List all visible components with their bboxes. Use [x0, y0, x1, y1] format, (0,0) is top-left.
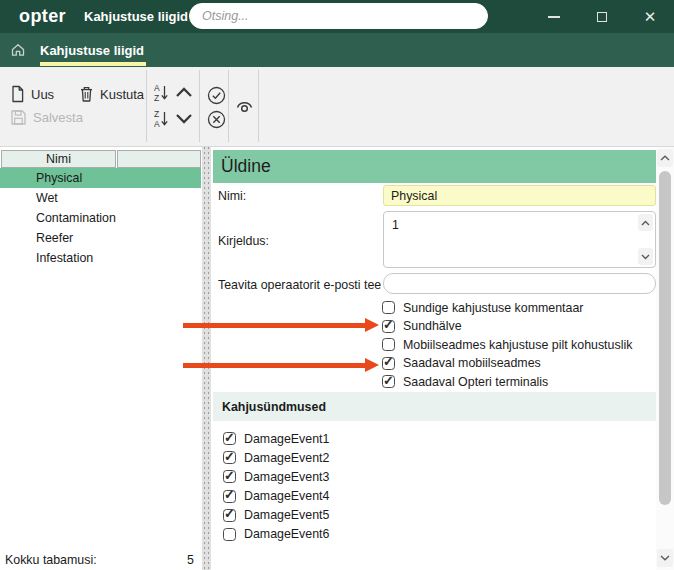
events-section-title: Kahjusündmused: [213, 392, 656, 421]
checkbox[interactable]: [382, 301, 395, 314]
chevron-down-icon: [175, 113, 193, 124]
checkbox[interactable]: [223, 451, 236, 464]
options-checkbox-group: Sundige kahjustuse kommentaar Sundhälve …: [382, 300, 632, 393]
opter-window: { "titlebar": { "logo": "opter", "app_ti…: [0, 0, 674, 570]
new-button[interactable]: Uus: [10, 85, 54, 103]
tab-label: Kahjustuse liigid: [40, 43, 144, 58]
checkbox[interactable]: [382, 338, 395, 351]
checkbox-label: Saadaval Opteri terminalis: [403, 375, 548, 389]
x-circle-icon: [207, 110, 226, 129]
toolbar: Uus Salvesta Kustuta A Z Z A: [0, 67, 674, 147]
checkbox[interactable]: [223, 528, 236, 541]
window-controls: ✕: [530, 0, 674, 33]
list-item[interactable]: Reefer: [0, 228, 201, 248]
list-item[interactable]: Wet: [0, 188, 201, 208]
option-row: Sundhälve: [382, 319, 632, 334]
list-item[interactable]: Infestation: [0, 248, 201, 268]
checkbox-label: DamageEvent5: [244, 508, 329, 522]
delete-button[interactable]: Kustuta: [79, 85, 144, 103]
sort-za-icon: Z A: [154, 109, 169, 128]
svg-text:A: A: [154, 83, 160, 93]
checkbox[interactable]: [382, 320, 395, 333]
chevron-up-icon: [660, 155, 670, 161]
trash-icon: [79, 85, 94, 103]
cancel-button[interactable]: [207, 110, 226, 133]
search-input[interactable]: [189, 3, 488, 29]
scrollbar-down-button[interactable]: [657, 549, 673, 567]
notify-operator-field[interactable]: [383, 273, 656, 294]
tabbar: Kahjustuse liigid: [0, 33, 674, 67]
minimize-button[interactable]: [530, 0, 578, 33]
close-icon: ✕: [644, 9, 657, 24]
column-header-empty[interactable]: [117, 150, 201, 168]
damage-events-checkbox-group: DamageEvent1 DamageEvent2 DamageEvent3 D…: [223, 431, 329, 546]
option-row: Saadaval mobiilseadmes: [382, 356, 632, 371]
checkbox-label: DamageEvent2: [244, 451, 329, 465]
column-header-nimi[interactable]: Nimi: [1, 150, 116, 168]
damage-event-row: DamageEvent3: [223, 469, 329, 484]
list-item[interactable]: Contamination: [0, 208, 201, 228]
checkbox[interactable]: [382, 375, 395, 388]
checkbox-label: DamageEvent1: [244, 432, 329, 446]
toolbar-divider: [228, 70, 229, 142]
close-button[interactable]: ✕: [626, 0, 674, 33]
scroll-up-button[interactable]: [638, 214, 653, 231]
toolbar-divider: [146, 70, 147, 142]
description-label: Kirjeldus:: [218, 234, 269, 248]
checkbox-label: Saadaval mobiilseadmes: [403, 356, 541, 370]
name-label: Nimi:: [218, 189, 246, 203]
sort-ascending-button[interactable]: A Z: [154, 83, 193, 102]
window-title: Kahjustuse liigid: [84, 9, 188, 24]
new-button-label: Uus: [31, 87, 54, 102]
panel-splitter[interactable]: [202, 147, 211, 570]
damage-type-list-panel: Nimi Physical Wet Contamination Reefer I…: [0, 147, 202, 570]
scrollbar-thumb[interactable]: [659, 171, 671, 505]
option-row: Sundige kahjustuse kommentaar: [382, 300, 632, 315]
checkbox[interactable]: [223, 470, 236, 483]
chevron-down-icon: [641, 254, 650, 260]
maximize-button[interactable]: [578, 0, 626, 33]
damage-event-row: DamageEvent6: [223, 527, 329, 542]
sort-descending-button[interactable]: Z A: [154, 109, 193, 128]
checkbox-label: DamageEvent4: [244, 489, 329, 503]
option-row: Mobiilseadmes kahjustuse pilt kohustusli…: [382, 337, 632, 352]
save-icon: [10, 109, 27, 126]
total-hits-label: Kokku tabamusi:: [5, 553, 97, 567]
scroll-down-button[interactable]: [638, 248, 653, 265]
chevron-up-icon: [641, 220, 650, 226]
save-button-disabled[interactable]: Salvesta: [10, 109, 83, 126]
chevron-up-icon: [175, 87, 193, 98]
opter-logo: opter: [19, 6, 66, 27]
vertical-scrollbar[interactable]: [656, 147, 674, 570]
confirm-button[interactable]: [207, 86, 226, 109]
section-title: Üldine: [213, 150, 656, 183]
home-icon[interactable]: [10, 42, 26, 58]
checkbox-label: Sundige kahjustuse kommentaar: [403, 301, 583, 315]
checkbox-label: DamageEvent3: [244, 470, 329, 484]
damage-event-row: DamageEvent2: [223, 450, 329, 465]
damage-event-row: DamageEvent1: [223, 431, 329, 446]
delete-button-label: Kustuta: [100, 87, 144, 102]
list-item[interactable]: Physical: [0, 168, 201, 188]
save-button-label: Salvesta: [33, 110, 83, 125]
svg-text:Z: Z: [154, 109, 159, 119]
details-panel: Üldine Nimi: Kirjeldus: 1 Teavita operaa…: [211, 147, 656, 570]
chevron-down-icon: [660, 555, 670, 561]
checkbox-label: Sundhälve: [403, 319, 462, 333]
view-button[interactable]: [234, 97, 255, 118]
scrollbar-up-button[interactable]: [657, 149, 673, 167]
toolbar-divider: [258, 70, 259, 142]
new-document-icon: [10, 85, 25, 103]
name-field[interactable]: [383, 185, 656, 206]
tab-kahjustuse-liigid[interactable]: Kahjustuse liigid: [40, 33, 144, 67]
description-field-wrap: 1: [383, 211, 656, 268]
description-textarea[interactable]: 1: [384, 212, 655, 267]
checkbox[interactable]: [382, 357, 395, 370]
eye-icon: [234, 97, 255, 114]
notify-operator-label: Teavita operaatorit e-posti teel:: [218, 278, 381, 292]
checkbox[interactable]: [223, 490, 236, 503]
sort-az-icon: A Z: [154, 83, 169, 102]
checkbox[interactable]: [223, 432, 236, 445]
total-hits-value: 5: [187, 553, 194, 567]
checkbox[interactable]: [223, 509, 236, 522]
